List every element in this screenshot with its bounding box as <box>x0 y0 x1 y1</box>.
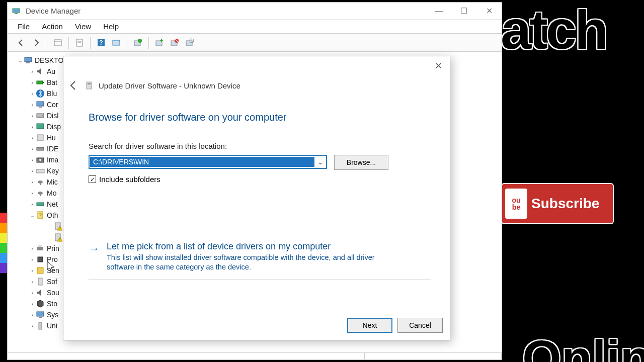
next-button[interactable]: Next <box>347 318 392 333</box>
subscribe-button[interactable]: oube Subscribe <box>501 183 614 224</box>
device-icon <box>36 78 45 87</box>
video-background: atch Onlin <box>502 0 644 362</box>
expand-icon[interactable]: › <box>29 312 36 318</box>
device-icon <box>85 81 94 90</box>
expand-icon[interactable]: › <box>29 179 36 185</box>
svg-rect-27 <box>37 124 44 129</box>
menu-file[interactable]: File <box>18 22 30 31</box>
bg-text-top: atch <box>501 0 606 61</box>
update-driver-dialog: ✕ Update Driver Software - Unknown Devic… <box>63 56 450 340</box>
dialog-title: Update Driver Software - Unknown Device <box>99 81 240 90</box>
expand-icon[interactable]: › <box>29 323 36 329</box>
svg-rect-47 <box>38 245 42 247</box>
expand-icon[interactable]: › <box>29 245 36 251</box>
dialog-heading: Browse for driver software on your compu… <box>89 112 287 123</box>
scan-hardware-button[interactable] <box>183 36 196 49</box>
expand-icon[interactable]: › <box>29 267 36 274</box>
expand-icon[interactable]: › <box>29 168 36 174</box>
menu-action[interactable]: Action <box>42 22 63 31</box>
svg-rect-16 <box>186 41 192 46</box>
expand-icon[interactable]: › <box>29 113 36 119</box>
browse-button[interactable]: Browse... <box>334 155 388 170</box>
menu-view[interactable]: View <box>75 22 91 31</box>
checkbox-icon: ✓ <box>89 175 96 183</box>
device-icon <box>36 100 45 109</box>
computer-icon <box>24 56 33 65</box>
svg-point-26 <box>42 115 43 116</box>
expand-icon[interactable]: › <box>29 68 36 74</box>
show-hide-tree-button[interactable] <box>51 36 64 49</box>
svg-rect-50 <box>38 278 42 285</box>
device-icon <box>36 111 45 120</box>
expand-icon[interactable]: › <box>29 90 36 97</box>
svg-rect-1 <box>15 13 18 14</box>
titlebar[interactable]: Device Manager — ☐ ✕ <box>8 3 502 20</box>
expand-icon[interactable]: › <box>29 301 36 307</box>
uninstall-button[interactable] <box>153 36 166 49</box>
search-location-label: Search for driver software in this locat… <box>89 142 227 150</box>
scan-button[interactable] <box>110 36 123 49</box>
close-button[interactable]: ✕ <box>476 3 502 20</box>
svg-text:?: ? <box>99 39 103 46</box>
dialog-back-button[interactable] <box>67 79 79 92</box>
expand-icon[interactable]: › <box>29 124 36 130</box>
svg-text:!: ! <box>59 226 60 231</box>
expand-icon[interactable]: › <box>29 102 36 108</box>
path-value[interactable]: C:\DRIVERS\WIN <box>90 157 314 167</box>
chevron-down-icon[interactable]: ⌄ <box>315 158 326 166</box>
expand-icon[interactable]: › <box>29 201 36 207</box>
expand-icon[interactable]: › <box>29 157 36 163</box>
svg-rect-52 <box>39 317 42 318</box>
device-icon: ? <box>36 211 45 220</box>
device-icon: ! <box>54 222 63 231</box>
option-description: This list will show installed driver sof… <box>107 253 393 272</box>
update-driver-button[interactable] <box>131 36 144 49</box>
svg-rect-29 <box>37 147 44 150</box>
dialog-close-button[interactable]: ✕ <box>431 59 446 72</box>
expand-icon[interactable]: › <box>29 256 36 262</box>
svg-point-11 <box>138 39 142 43</box>
svg-rect-34 <box>40 183 41 185</box>
toolbar: ? <box>8 34 502 52</box>
expand-icon[interactable]: › <box>29 79 36 85</box>
svg-text:?: ? <box>39 212 42 218</box>
expand-icon[interactable]: › <box>29 190 36 196</box>
rainbow-stripe <box>0 213 7 273</box>
disable-button[interactable] <box>168 36 181 49</box>
menu-help[interactable]: Help <box>103 22 119 31</box>
device-icon <box>36 277 45 286</box>
svg-rect-36 <box>40 194 41 196</box>
svg-rect-46 <box>37 247 43 250</box>
svg-rect-24 <box>39 107 42 108</box>
help-button[interactable]: ? <box>95 36 108 49</box>
expand-icon[interactable]: ⌄ <box>29 212 36 219</box>
arrow-right-icon: → <box>89 242 100 272</box>
properties-button[interactable] <box>73 36 86 49</box>
expand-icon[interactable]: › <box>29 279 36 285</box>
window-title: Device Manager <box>26 7 426 15</box>
back-button[interactable] <box>15 36 28 49</box>
minimize-button[interactable]: — <box>426 3 451 20</box>
device-icon <box>36 299 45 308</box>
svg-rect-19 <box>26 62 30 63</box>
device-icon <box>36 144 45 153</box>
option-title: Let me pick from a list of device driver… <box>107 241 393 252</box>
svg-rect-20 <box>37 81 43 84</box>
expand-icon[interactable]: › <box>29 290 36 296</box>
maximize-button[interactable]: ☐ <box>451 3 476 20</box>
device-icon <box>36 166 45 175</box>
checkbox-label: Include subfolders <box>99 175 160 184</box>
svg-point-31 <box>39 159 41 161</box>
device-icon <box>36 89 45 98</box>
include-subfolders-checkbox[interactable]: ✓ Include subfolders <box>89 175 160 184</box>
svg-rect-53 <box>39 322 42 329</box>
pick-from-list-option[interactable]: → Let me pick from a list of device driv… <box>89 235 431 280</box>
cancel-button[interactable]: Cancel <box>397 318 443 333</box>
forward-button[interactable] <box>30 36 43 49</box>
collapse-icon[interactable]: ⌄ <box>17 57 24 64</box>
expand-icon[interactable]: › <box>29 146 36 152</box>
svg-text:!: ! <box>59 237 60 242</box>
expand-icon[interactable]: › <box>29 135 36 141</box>
device-icon <box>36 321 45 330</box>
path-combobox[interactable]: C:\DRIVERS\WIN ⌄ <box>89 155 327 169</box>
